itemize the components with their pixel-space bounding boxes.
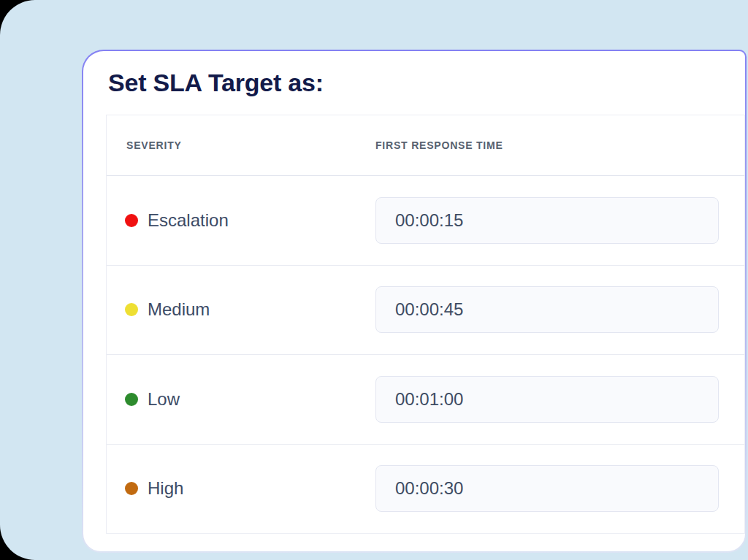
severity-label: Low (148, 389, 180, 410)
low-severity-dot-icon (125, 393, 138, 406)
table-row-high: High (107, 445, 744, 534)
page-title: Set SLA Target as: (108, 69, 324, 97)
high-severity-dot-icon (125, 482, 138, 495)
column-header-first-response-time: FIRST RESPONSE TIME (375, 139, 744, 151)
medium-severity-dot-icon (125, 303, 138, 316)
table-header-row: SEVERITY FIRST RESPONSE TIME (107, 115, 744, 176)
escalation-first-response-time-input[interactable] (375, 197, 719, 244)
sla-table: SEVERITY FIRST RESPONSE TIME Escalation (106, 115, 745, 534)
column-header-severity: SEVERITY (107, 139, 375, 151)
severity-label: Medium (148, 299, 210, 320)
sla-settings-card: Set SLA Target as: SEVERITY FIRST RESPON… (82, 50, 747, 553)
escalation-severity-dot-icon (125, 214, 138, 227)
severity-label: Escalation (148, 210, 229, 231)
severity-label: High (148, 478, 183, 499)
app-background: Set SLA Target as: SEVERITY FIRST RESPON… (0, 0, 748, 560)
table-row-low: Low (107, 355, 744, 445)
high-first-response-time-input[interactable] (375, 465, 719, 512)
low-first-response-time-input[interactable] (375, 376, 719, 423)
table-row-escalation: Escalation (107, 176, 744, 266)
medium-first-response-time-input[interactable] (375, 286, 719, 333)
table-row-medium: Medium (107, 266, 744, 356)
